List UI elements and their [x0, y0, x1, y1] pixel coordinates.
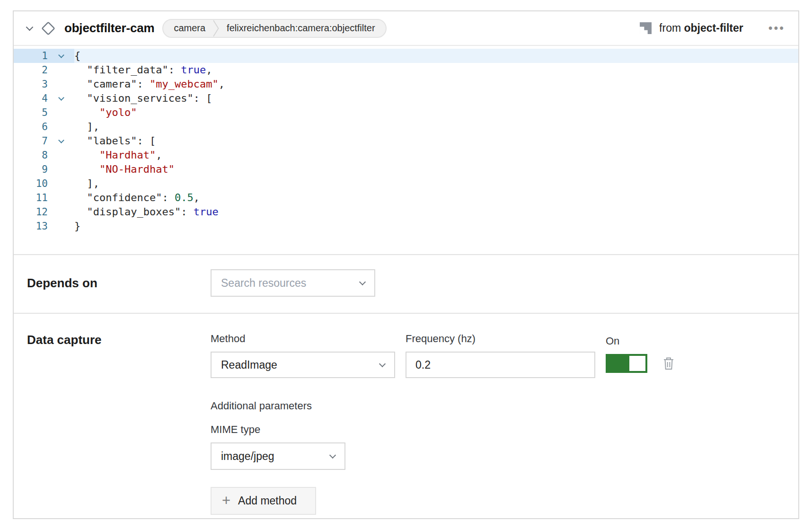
line-number: 4 — [14, 91, 48, 106]
code-line[interactable]: 2 "filter_data": true, — [14, 63, 798, 77]
component-card: objectfilter-cam camera felixreichenbach… — [13, 10, 799, 519]
chevron-down-icon — [329, 451, 336, 458]
code-line[interactable]: 12 "display_boxes": true — [14, 205, 798, 219]
badge-type-label: camera — [174, 23, 205, 34]
header-right: from object-filter ••• — [639, 22, 785, 35]
code-text: "Hardhat", — [74, 148, 162, 162]
line-number: 12 — [14, 205, 48, 219]
code-text: "display_boxes": true — [74, 205, 219, 219]
line-number: 5 — [14, 106, 48, 120]
code-line[interactable]: 1{ — [14, 49, 798, 63]
chevron-down-icon — [379, 360, 386, 367]
card-header: objectfilter-cam camera felixreichenbach… — [14, 11, 798, 46]
chevron-down-icon — [359, 278, 366, 285]
code-line[interactable]: 10 ], — [14, 177, 798, 191]
fold-chevron-icon[interactable] — [48, 134, 74, 148]
fold-chevron-icon[interactable] — [48, 49, 74, 63]
fold-gutter-spacer — [48, 63, 74, 77]
frequency-input[interactable] — [406, 352, 595, 378]
code-text: "NO-Hardhat" — [74, 162, 175, 177]
frequency-label: Frequency (hz) — [406, 333, 595, 345]
ellipsis-icon: ••• — [768, 21, 785, 35]
depends-on-search-select[interactable]: Search resources — [211, 269, 375, 297]
code-text: } — [74, 219, 80, 233]
line-number: 7 — [14, 134, 48, 148]
fold-gutter-spacer — [48, 106, 74, 120]
code-text: "vision_services": [ — [74, 91, 212, 106]
fold-chevron-icon[interactable] — [48, 91, 74, 106]
component-badge: camera felixreichenbach:camera:objectfil… — [162, 19, 386, 38]
line-number: 11 — [14, 191, 48, 205]
component-diamond-icon — [40, 20, 56, 36]
add-method-label: Add method — [238, 495, 297, 507]
badge-model-label: felixreichenbach:camera:objectfilter — [227, 23, 375, 34]
search-resources-placeholder: Search resources — [221, 277, 360, 290]
trash-icon — [662, 356, 675, 371]
code-line[interactable]: 4 "vision_services": [ — [14, 91, 798, 106]
line-number: 3 — [14, 77, 48, 91]
code-line[interactable]: 11 "confidence": 0.5, — [14, 191, 798, 205]
code-text: { — [74, 49, 80, 63]
fold-gutter-spacer — [48, 177, 74, 191]
overflow-menu-button[interactable]: ••• — [768, 22, 785, 34]
line-number: 13 — [14, 219, 48, 233]
data-capture-heading: Data capture — [27, 333, 211, 347]
code-line[interactable]: 9 "NO-Hardhat" — [14, 162, 798, 177]
fold-gutter-spacer — [48, 205, 74, 219]
line-number: 2 — [14, 63, 48, 77]
code-line[interactable]: 3 "camera": "my_webcam", — [14, 77, 798, 91]
fold-gutter-spacer — [48, 191, 74, 205]
fold-gutter-spacer — [48, 77, 74, 91]
badge-separator-icon — [213, 19, 219, 37]
code-text: "camera": "my_webcam", — [74, 77, 225, 91]
fold-gutter-spacer — [48, 148, 74, 162]
code-text: "labels": [ — [74, 134, 156, 148]
mime-type-select[interactable]: image/jpeg — [211, 442, 345, 470]
code-line[interactable]: 8 "Hardhat", — [14, 148, 798, 162]
line-number: 9 — [14, 162, 48, 177]
fold-gutter-spacer — [48, 120, 74, 134]
toggle-on-label: On — [606, 335, 675, 347]
method-label: Method — [211, 333, 395, 345]
code-line[interactable]: 5 "yolo" — [14, 106, 798, 120]
code-text: "filter_data": true, — [74, 63, 212, 77]
line-number: 1 — [14, 49, 48, 63]
data-capture-section: Data capture Method ReadImage Frequency … — [14, 314, 798, 519]
code-line[interactable]: 13} — [14, 219, 798, 233]
module-icon — [639, 22, 652, 35]
data-capture-toggle[interactable] — [606, 354, 647, 373]
delete-method-button[interactable] — [662, 356, 675, 371]
json-config-editor[interactable]: 1{2 "filter_data": true,3 "camera": "my_… — [14, 46, 798, 255]
component-title: objectfilter-cam — [64, 21, 154, 35]
capture-toggle-group: On — [606, 335, 675, 373]
plus-icon: + — [222, 493, 230, 508]
depends-on-section: Depends on Search resources — [14, 255, 798, 314]
collapse-chevron-icon[interactable] — [27, 27, 32, 30]
mime-type-value: image/jpeg — [221, 450, 330, 463]
depends-on-heading: Depends on — [27, 276, 211, 291]
method-value: ReadImage — [221, 359, 380, 371]
toggle-knob — [629, 356, 645, 371]
frequency-field-group: Frequency (hz) — [406, 333, 595, 378]
code-line[interactable]: 7 "labels": [ — [14, 134, 798, 148]
from-module-label: from object-filter — [659, 22, 743, 35]
fold-gutter-spacer — [48, 162, 74, 177]
code-text: "confidence": 0.5, — [74, 191, 200, 205]
code-line[interactable]: 6 ], — [14, 120, 798, 134]
method-select[interactable]: ReadImage — [211, 352, 395, 378]
line-number: 10 — [14, 177, 48, 191]
code-text: ], — [74, 120, 99, 134]
method-field-group: Method ReadImage — [211, 333, 395, 378]
additional-parameters-label: Additional parameters — [211, 400, 785, 412]
code-text: "yolo" — [74, 106, 137, 120]
line-number: 6 — [14, 120, 48, 134]
mime-type-label: MIME type — [211, 424, 785, 436]
fold-gutter-spacer — [48, 219, 74, 233]
line-number: 8 — [14, 148, 48, 162]
code-text: ], — [74, 177, 99, 191]
add-method-button[interactable]: + Add method — [211, 487, 316, 515]
